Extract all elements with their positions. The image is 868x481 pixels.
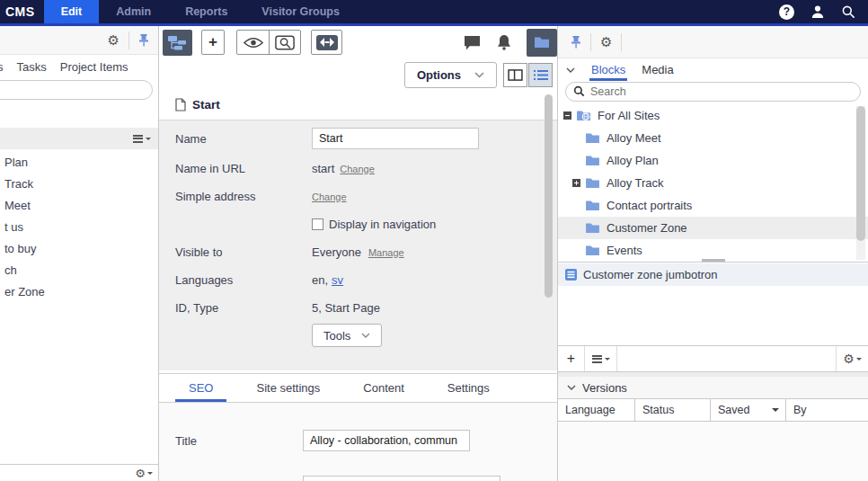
form-row-name: Name [175, 128, 557, 149]
column-header-status[interactable]: Status [635, 399, 711, 421]
nav-tab-visitor-groups[interactable]: Visitor Groups [244, 0, 357, 23]
folder-icon [585, 177, 600, 189]
folder-icon [585, 200, 600, 211]
page-tree-list: Plan Track Meet t us to buy ch er Zone [0, 151, 158, 302]
compare-versions-button[interactable] [311, 30, 342, 55]
page-properties-form: Name Name in URL start Change Simple add… [159, 120, 557, 370]
expand-node-icon[interactable] [572, 179, 580, 187]
languages-value: en, [312, 273, 328, 287]
user-icon[interactable] [810, 4, 825, 19]
blocks-search-input[interactable] [565, 82, 861, 102]
tree-scrollbar-thumb[interactable] [856, 106, 865, 241]
chevron-down-icon [361, 333, 370, 338]
pages-search-input[interactable] [0, 80, 153, 100]
list-item[interactable]: Plan [0, 151, 158, 173]
tree-scrollbar[interactable] [856, 106, 865, 260]
tab-site-settings[interactable]: Site settings [243, 374, 333, 402]
seo-tab-content: Title [159, 403, 557, 481]
tab-tasks[interactable]: Tasks [17, 60, 47, 74]
tree-item-customer-zone[interactable]: Customer Zone [558, 217, 868, 239]
tab-content[interactable]: Content [350, 374, 418, 402]
navigation-pane: ⚙ s Tasks Project Items Plan Track Meet … [0, 26, 159, 481]
tree-item-alloy-track[interactable]: Alloy Track [558, 172, 868, 194]
content-editing-pane: + Options [159, 26, 557, 481]
nav-tab-edit[interactable]: Edit [44, 0, 100, 23]
left-pane-settings-button[interactable]: ⚙ [99, 33, 128, 47]
folder-icon [585, 155, 600, 166]
nav-tab-reports[interactable]: Reports [168, 0, 244, 23]
list-item[interactable]: to buy [0, 237, 158, 259]
tab-media[interactable]: Media [642, 58, 673, 81]
comments-button[interactable] [456, 35, 489, 50]
toggle-assets-pane-button[interactable] [527, 29, 557, 57]
add-block-button[interactable]: + [558, 346, 585, 371]
tab-seo[interactable]: SEO [175, 374, 226, 402]
collapse-node-icon[interactable] [563, 111, 571, 120]
versions-title: Versions [582, 381, 627, 395]
list-item[interactable]: Track [0, 173, 158, 194]
context-menu-icon[interactable] [133, 133, 151, 144]
folder-icon [534, 36, 550, 49]
search-icon[interactable] [841, 4, 855, 19]
comment-icon [464, 35, 481, 50]
resize-handle[interactable] [702, 259, 725, 262]
collapse-blocks-button[interactable] [566, 58, 575, 81]
pane-resize-divider[interactable] [558, 262, 868, 263]
list-item[interactable]: t us [0, 216, 158, 237]
gear-icon[interactable]: ⚙ [135, 468, 146, 479]
split-view-button[interactable] [503, 63, 527, 87]
page-tree-icon [168, 35, 187, 50]
compare-arrows-icon [316, 35, 338, 50]
list-view-button[interactable] [528, 63, 553, 87]
seo-next-input[interactable] [303, 476, 500, 481]
help-icon[interactable]: ? [779, 4, 794, 20]
change-url-link[interactable]: Change [340, 164, 375, 174]
center-scrollbar-thumb[interactable] [545, 94, 553, 298]
blocks-settings-button[interactable]: ⚙ [836, 346, 868, 371]
add-content-button[interactable]: + [201, 30, 225, 55]
tab-settings[interactable]: Settings [434, 374, 503, 402]
tools-button[interactable]: Tools [312, 324, 382, 347]
list-view-icon [534, 69, 548, 81]
block-item-customer-zone-jumbotron[interactable]: Customer zone jumbotron [558, 263, 868, 286]
gear-icon: ⚙ [600, 35, 612, 49]
assets-pane-toolbar: ⚙ [558, 26, 868, 58]
assets-pin-button[interactable] [562, 36, 590, 49]
language-sv-link[interactable]: sv [332, 273, 343, 287]
list-options-button[interactable] [585, 346, 617, 371]
toggle-navigation-button[interactable] [163, 30, 192, 56]
tree-item-alloy-meet[interactable]: Alloy Meet [558, 127, 868, 149]
seo-title-input[interactable] [303, 430, 470, 451]
tree-item-alloy-plan[interactable]: Alloy Plan [558, 149, 868, 172]
list-item[interactable]: Meet [0, 194, 158, 216]
assets-settings-button[interactable]: ⚙ [591, 35, 621, 49]
nav-tab-admin[interactable]: Admin [99, 0, 168, 23]
column-header-by[interactable]: By [786, 399, 868, 421]
bell-icon [497, 34, 511, 50]
tree-item-for-all-sites[interactable]: For All Sites [558, 104, 868, 127]
tab-blocks[interactable]: Blocks [589, 58, 627, 81]
pin-icon [138, 34, 149, 47]
column-header-saved[interactable]: Saved [711, 399, 786, 421]
display-in-navigation-checkbox[interactable] [312, 218, 323, 230]
options-button[interactable]: Options [404, 62, 497, 88]
selected-page-row[interactable] [0, 128, 158, 149]
column-header-language[interactable]: Language [558, 399, 635, 421]
list-item[interactable]: er Zone [0, 281, 158, 302]
manage-visibility-link[interactable]: Manage [368, 247, 404, 258]
preview-zoom-button[interactable] [269, 31, 300, 54]
checkbox-label: Display in navigation [329, 218, 436, 231]
form-row-partial [303, 476, 557, 481]
tree-item-contact-portraits[interactable]: Contact portraits [558, 194, 868, 217]
name-input[interactable] [312, 128, 479, 149]
tab-truncated[interactable]: s [0, 60, 4, 74]
assets-pane: ⚙ Blocks Media For All Sites Alloy Meet … [557, 26, 868, 481]
versions-section-header[interactable]: Versions [558, 377, 868, 398]
left-pane-pin-button[interactable] [129, 34, 158, 47]
list-item[interactable]: ch [0, 259, 158, 281]
change-simple-address-link[interactable]: Change [312, 192, 347, 202]
notifications-button[interactable] [489, 34, 519, 50]
tab-project-items[interactable]: Project Items [60, 60, 128, 74]
versions-table-partial-row [558, 422, 868, 481]
preview-button[interactable] [237, 31, 269, 54]
